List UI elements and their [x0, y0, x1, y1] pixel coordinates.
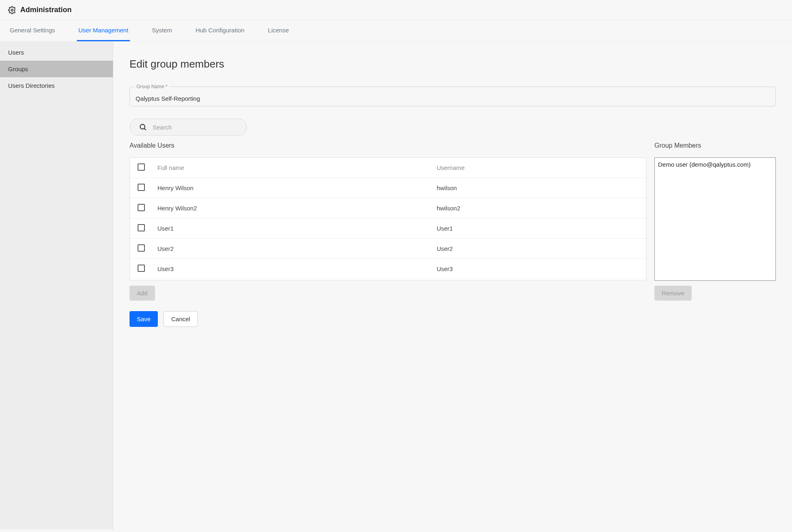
cell-fullname: User1 — [153, 218, 432, 239]
table-row[interactable]: User3User3 — [130, 259, 646, 279]
cell-username: User1 — [432, 218, 646, 239]
cell-username: User2 — [432, 239, 646, 259]
col-username: Username — [432, 158, 646, 178]
cell-fullname: User3 — [153, 259, 432, 279]
sidebar: Users Groups Users Directories — [0, 42, 113, 529]
sidebar-item-users-directories[interactable]: Users Directories — [0, 77, 113, 94]
svg-point-1 — [140, 124, 145, 129]
save-button[interactable]: Save — [130, 311, 158, 327]
available-users-table[interactable]: Full name Username Henry WilsonhwilsonHe… — [130, 157, 646, 281]
group-name-field[interactable]: Group Name * — [130, 87, 776, 106]
tab-license[interactable]: License — [266, 20, 291, 41]
add-button[interactable]: Add — [130, 286, 155, 301]
cell-username: hwilson — [432, 178, 646, 198]
app-title: Administration — [20, 6, 72, 14]
svg-point-0 — [11, 9, 13, 11]
group-name-label: Group Name * — [135, 84, 169, 89]
row-checkbox[interactable] — [138, 204, 145, 211]
tab-hub-configuration[interactable]: Hub Configuration — [194, 20, 246, 41]
sidebar-item-groups[interactable]: Groups — [0, 61, 113, 77]
search-icon — [139, 123, 147, 131]
available-users-label: Available Users — [130, 142, 646, 149]
row-checkbox[interactable] — [138, 224, 145, 231]
table-row[interactable]: Henry Wilsonhwilson — [130, 178, 646, 198]
col-fullname: Full name — [153, 158, 432, 178]
search-field[interactable] — [130, 119, 247, 136]
svg-line-2 — [144, 129, 146, 130]
cell-username: User3 — [432, 259, 646, 279]
table-row[interactable]: Henry Wilson2hwilson2 — [130, 198, 646, 218]
group-members-label: Group Members — [654, 142, 776, 149]
remove-button[interactable]: Remove — [654, 286, 692, 301]
tab-general-settings[interactable]: General Settings — [8, 20, 57, 41]
group-name-input[interactable] — [136, 95, 770, 102]
cell-fullname: Henry Wilson2 — [153, 198, 432, 218]
gear-icon — [8, 6, 16, 14]
row-checkbox[interactable] — [138, 244, 145, 252]
row-checkbox[interactable] — [138, 184, 145, 191]
cell-fullname: Henry Wilson — [153, 178, 432, 198]
select-all-checkbox[interactable] — [138, 163, 145, 171]
page-title: Edit group members — [130, 58, 776, 70]
row-checkbox[interactable] — [138, 265, 145, 272]
member-item[interactable]: Demo user (demo@qalyptus.com) — [657, 160, 773, 169]
table-row[interactable]: User1User1 — [130, 218, 646, 239]
group-members-list[interactable]: Demo user (demo@qalyptus.com) — [654, 157, 776, 281]
tab-system[interactable]: System — [150, 20, 174, 41]
app-header: Administration — [0, 0, 792, 20]
sidebar-item-users[interactable]: Users — [0, 44, 113, 61]
cancel-button[interactable]: Cancel — [163, 311, 198, 327]
search-input[interactable] — [153, 124, 238, 131]
table-row[interactable]: User2User2 — [130, 239, 646, 259]
cell-fullname: User2 — [153, 239, 432, 259]
cell-username: hwilson2 — [432, 198, 646, 218]
top-tabs: General Settings User Management System … — [0, 20, 792, 42]
tab-user-management[interactable]: User Management — [77, 20, 130, 41]
main-content: Edit group members Group Name * Availabl… — [113, 42, 792, 529]
